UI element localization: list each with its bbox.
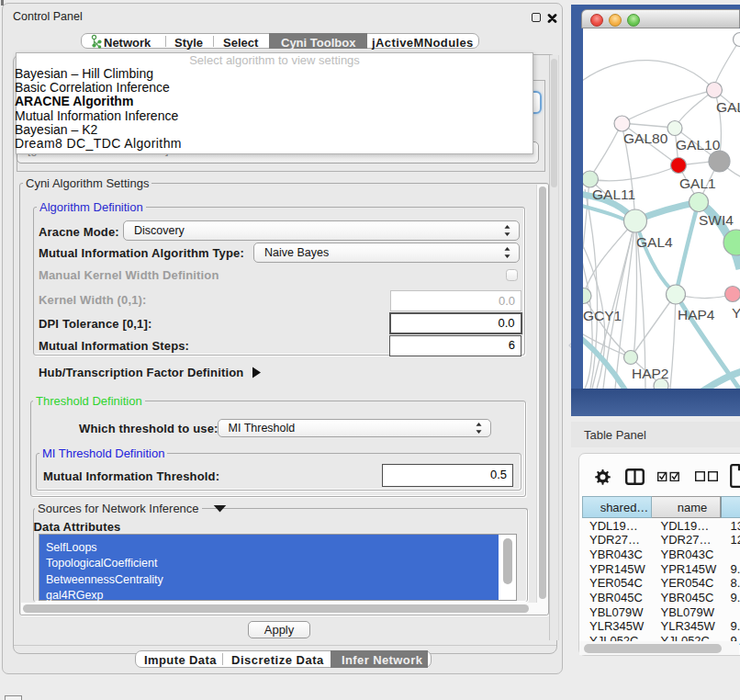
svg-text:GAL11: GAL11 (592, 186, 635, 202)
svg-text:Y: Y (732, 305, 740, 321)
svg-text:GAL1: GAL1 (679, 175, 716, 191)
svg-text:GAL80: GAL80 (623, 130, 668, 146)
svg-text:GAL7: GAL7 (716, 99, 740, 115)
svg-text:GAL10: GAL10 (676, 137, 721, 152)
svg-text:HAP4: HAP4 (678, 307, 715, 322)
svg-text:HAP2: HAP2 (632, 366, 669, 381)
svg-text:SWI4: SWI4 (699, 212, 734, 228)
svg-text:GCY1: GCY1 (583, 308, 622, 323)
svg-text:GAL4: GAL4 (636, 234, 673, 250)
